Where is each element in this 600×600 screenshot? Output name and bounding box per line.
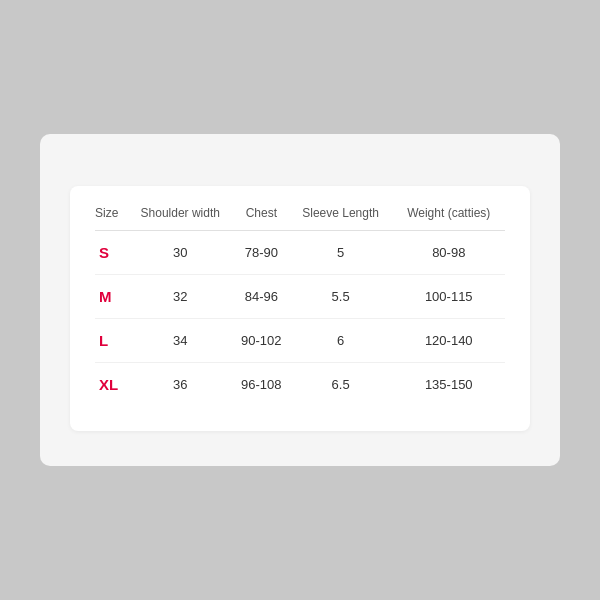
- table-header-row: Size Shoulder width Chest Sleeve Length …: [95, 206, 505, 231]
- cell-chest-1: 84-96: [234, 275, 289, 319]
- size-info-container: Size Shoulder width Chest Sleeve Length …: [40, 134, 560, 466]
- col-header-size: Size: [95, 206, 127, 231]
- cell-sleeve-1: 5.5: [289, 275, 393, 319]
- cell-shoulder-0: 30: [127, 231, 234, 275]
- cell-chest-0: 78-90: [234, 231, 289, 275]
- cell-size-3: XL: [95, 363, 127, 407]
- cell-weight-3: 135-150: [393, 363, 506, 407]
- table-row: M3284-965.5100-115: [95, 275, 505, 319]
- cell-sleeve-3: 6.5: [289, 363, 393, 407]
- size-table: Size Shoulder width Chest Sleeve Length …: [95, 206, 505, 406]
- cell-sleeve-0: 5: [289, 231, 393, 275]
- cell-weight-2: 120-140: [393, 319, 506, 363]
- col-header-sleeve: Sleeve Length: [289, 206, 393, 231]
- cell-shoulder-3: 36: [127, 363, 234, 407]
- table-row: L3490-1026120-140: [95, 319, 505, 363]
- col-header-weight: Weight (catties): [393, 206, 506, 231]
- cell-weight-1: 100-115: [393, 275, 506, 319]
- table-row: XL3696-1086.5135-150: [95, 363, 505, 407]
- cell-size-0: S: [95, 231, 127, 275]
- cell-sleeve-2: 6: [289, 319, 393, 363]
- cell-weight-0: 80-98: [393, 231, 506, 275]
- table-wrapper: Size Shoulder width Chest Sleeve Length …: [70, 186, 530, 431]
- col-header-shoulder: Shoulder width: [127, 206, 234, 231]
- cell-shoulder-1: 32: [127, 275, 234, 319]
- cell-chest-3: 96-108: [234, 363, 289, 407]
- cell-shoulder-2: 34: [127, 319, 234, 363]
- cell-size-1: M: [95, 275, 127, 319]
- cell-size-2: L: [95, 319, 127, 363]
- col-header-chest: Chest: [234, 206, 289, 231]
- table-row: S3078-90580-98: [95, 231, 505, 275]
- cell-chest-2: 90-102: [234, 319, 289, 363]
